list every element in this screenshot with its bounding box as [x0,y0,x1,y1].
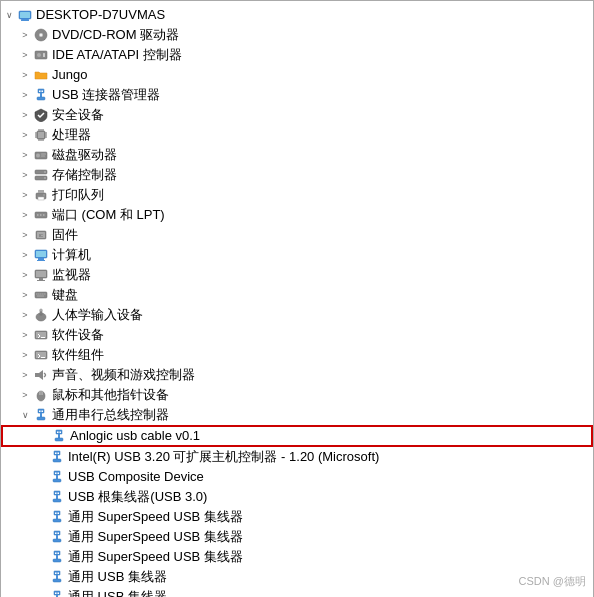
item-label: 人体学输入设备 [52,305,143,325]
svg-point-39 [43,194,45,196]
hd-icon [33,47,49,63]
svg-rect-102 [53,519,61,522]
tree-item[interactable]: 软件组件 [1,345,593,365]
tree-item[interactable]: USB 根集线器(USB 3.0) [1,487,593,507]
tree-item[interactable]: 计算机 [1,245,593,265]
tree-item[interactable]: 声音、视频和游戏控制器 [1,365,593,385]
root-label: DESKTOP-D7UVMAS [36,5,165,25]
svg-rect-89 [58,453,60,455]
folder-icon [33,67,49,83]
expand-icon[interactable] [17,87,33,103]
svg-rect-118 [55,573,57,575]
expand-icon[interactable] [17,167,33,183]
expand-icon[interactable] [17,107,33,123]
tree-item[interactable]: 通用 USB 集线器 [1,587,593,597]
port-icon [33,207,49,223]
svg-rect-70 [41,357,45,358]
svg-rect-109 [58,533,60,535]
tree-item[interactable]: 存储控制器 [1,165,593,185]
svg-point-5 [40,34,42,36]
tree-item[interactable]: 打印队列 [1,185,593,205]
tree-item[interactable]: 端口 (COM 和 LPT) [1,205,593,225]
tree-item[interactable]: 软件设备 [1,325,593,345]
svg-rect-87 [53,459,61,462]
root-expand-icon[interactable] [1,7,17,23]
keyboard-icon [33,287,49,303]
tree-item[interactable]: 人体学输入设备 [1,305,593,325]
expand-icon[interactable] [17,307,33,323]
svg-rect-30 [41,154,46,155]
svg-rect-120 [54,591,60,595]
tree-item[interactable]: 通用 SuperSpeed USB 集线器 [1,547,593,567]
expand-icon[interactable] [17,147,33,163]
monitor-icon [33,267,49,283]
item-label: 通用 USB 集线器 [68,567,167,587]
tree-item[interactable]: 通用串行总线控制器 [1,405,593,425]
computer-icon [33,247,49,263]
svg-rect-108 [55,533,57,535]
tree-item[interactable]: IDE ATA/ATAPI 控制器 [1,45,593,65]
tree-item[interactable]: USB Composite Device [1,467,593,487]
tree-item[interactable]: IC固件 [1,225,593,245]
expand-icon[interactable] [17,127,33,143]
item-label: 软件组件 [52,345,104,365]
leaf-spacer [35,428,51,444]
expand-icon[interactable] [17,407,33,423]
svg-rect-117 [53,579,61,582]
print-icon [33,187,49,203]
expand-icon[interactable] [17,207,33,223]
tree-item[interactable]: 键盘 [1,285,593,305]
tree-item[interactable]: Intel(R) USB 3.20 可扩展主机控制器 - 1.20 (Micro… [1,447,593,467]
expand-icon[interactable] [17,347,33,363]
tree-item[interactable]: 磁盘驱动器 [1,145,593,165]
usb-icon [33,87,49,103]
tree-item[interactable]: DVD/CD-ROM 驱动器 [1,25,593,45]
svg-rect-98 [55,493,57,495]
svg-rect-124 [58,593,60,595]
tree-item[interactable]: Jungo [1,65,593,85]
expand-icon[interactable] [17,367,33,383]
mouse-icon [33,387,49,403]
tree-item[interactable]: 通用 SuperSpeed USB 集线器 [1,507,593,527]
svg-rect-67 [41,337,45,338]
expand-icon[interactable] [17,27,33,43]
expand-icon[interactable] [17,47,33,63]
item-label: 声音、视频和游戏控制器 [52,365,195,385]
tree-container[interactable]: DESKTOP-D7UVMAS DVD/CD-ROM 驱动器IDE ATA/AT… [1,1,593,597]
svg-rect-54 [37,280,45,281]
leaf-spacer [33,469,49,485]
tree-item[interactable]: 通用 USB 集线器 [1,567,593,587]
item-label: Intel(R) USB 3.20 可扩展主机控制器 - 1.20 (Micro… [68,447,379,467]
svg-rect-56 [36,294,38,295]
usb2-icon [33,407,49,423]
svg-rect-55 [35,292,47,298]
expand-icon[interactable] [17,67,33,83]
tree-item[interactable]: Anlogic usb cable v0.1 [1,425,593,447]
tree-root[interactable]: DESKTOP-D7UVMAS [1,5,593,25]
expand-icon[interactable] [17,267,33,283]
svg-rect-119 [58,573,60,575]
expand-icon[interactable] [17,187,33,203]
expand-icon[interactable] [17,327,33,343]
svg-rect-93 [55,473,57,475]
tree-item[interactable]: USB 连接器管理器 [1,85,593,105]
expand-icon[interactable] [17,287,33,303]
tree-item[interactable]: 处理器 [1,125,593,145]
svg-rect-71 [35,373,39,377]
expand-icon[interactable] [17,227,33,243]
expand-icon[interactable] [17,387,33,403]
svg-rect-58 [40,294,42,295]
svg-rect-115 [54,571,60,575]
usb2-icon [49,449,65,465]
svg-rect-113 [55,553,57,555]
expand-icon[interactable] [17,247,33,263]
tree-item[interactable]: 通用 SuperSpeed USB 集线器 [1,527,593,547]
svg-rect-2 [20,12,30,18]
tree-item[interactable]: 鼠标和其他指针设备 [1,385,593,405]
tree-item[interactable]: 监视器 [1,265,593,285]
item-label: 存储控制器 [52,165,117,185]
svg-rect-83 [57,432,59,434]
leaf-spacer [33,529,49,545]
item-label: 通用 SuperSpeed USB 集线器 [68,547,243,567]
tree-item[interactable]: 安全设备 [1,105,593,125]
